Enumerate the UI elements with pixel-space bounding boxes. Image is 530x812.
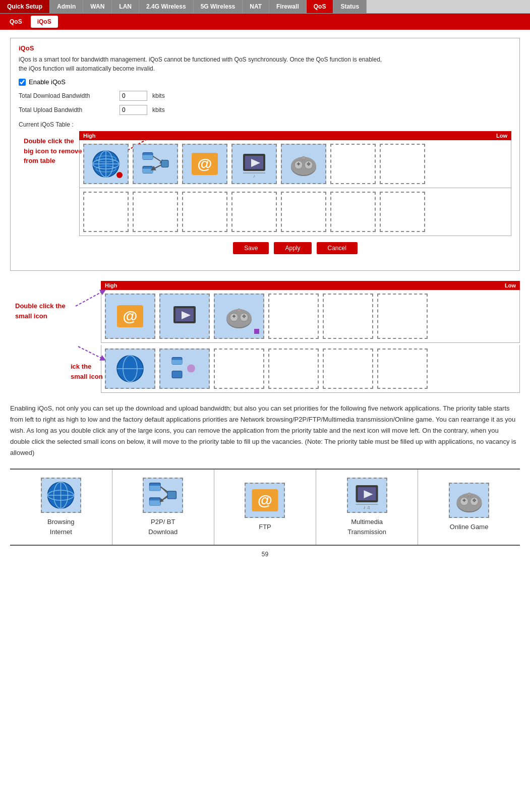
enable-iqos-checkbox[interactable] bbox=[19, 79, 26, 86]
svg-line-34 bbox=[76, 291, 103, 306]
second-diagram-wrapper: Double click thesmall icon ick thesmall … bbox=[101, 281, 520, 393]
app-cell-browsing: BrowsingInternet bbox=[10, 469, 112, 545]
priority-cell-empty-9 bbox=[380, 192, 425, 232]
priority-cell-4[interactable]: ♪ bbox=[231, 144, 277, 184]
priority-cell-empty-3 bbox=[83, 192, 129, 232]
priority-bar: High Low bbox=[79, 131, 511, 140]
svg-rect-14 bbox=[161, 160, 168, 167]
priority-high-label: High bbox=[83, 133, 95, 139]
svg-text:@: @ bbox=[197, 155, 212, 172]
second-cell-2[interactable] bbox=[159, 294, 210, 339]
browsing-internet-icon bbox=[44, 480, 77, 510]
priority-cell-3[interactable]: @ bbox=[182, 144, 227, 184]
second-cell-empty-3 bbox=[377, 294, 428, 339]
multimedia-icon: ♪ ♫ bbox=[350, 480, 383, 510]
priority-cell-empty-5 bbox=[182, 192, 227, 232]
second-priority-bar: High Low bbox=[101, 281, 520, 290]
download-input[interactable] bbox=[120, 91, 147, 101]
second-cell-empty-2 bbox=[323, 294, 373, 339]
multimedia-icon-box: ♪ ♫ bbox=[347, 478, 387, 513]
top-navigation: Quick Setup Admin WAN LAN 2.4G Wireless … bbox=[0, 0, 530, 14]
nav-nat[interactable]: NAT bbox=[243, 0, 269, 13]
svg-text:@: @ bbox=[258, 492, 272, 508]
priority-cell-empty-8 bbox=[330, 192, 376, 232]
svg-rect-82 bbox=[463, 499, 464, 502]
second-high-label: High bbox=[105, 282, 117, 288]
ftp-icon: @ bbox=[249, 485, 281, 515]
apply-button[interactable]: Apply bbox=[274, 242, 311, 254]
subnav-qos[interactable]: QoS bbox=[3, 16, 29, 28]
second-table-row2 bbox=[101, 345, 520, 393]
svg-point-86 bbox=[474, 501, 475, 502]
second-table-row1: @ bbox=[101, 290, 520, 343]
priority-cell-empty-6 bbox=[231, 192, 277, 232]
game-icon-large bbox=[288, 149, 319, 179]
second-cell-1[interactable]: @ bbox=[105, 294, 155, 339]
svg-rect-64 bbox=[149, 486, 160, 491]
second-small-cell-empty-1 bbox=[214, 349, 264, 389]
cancel-button[interactable]: Cancel bbox=[317, 242, 358, 254]
svg-point-50 bbox=[244, 317, 245, 318]
second-low-label: Low bbox=[505, 282, 516, 288]
app-cell-p2p: P2P/ BTDownload bbox=[112, 469, 214, 545]
upload-label: Total Upload Bandwidth bbox=[19, 106, 114, 113]
main-content: iQoS iQos is a smart tool for bandwidth … bbox=[0, 30, 530, 571]
svg-rect-56 bbox=[172, 371, 182, 378]
annotation-big-icon: Double click thebig icon to removefrom t… bbox=[24, 136, 82, 166]
second-cell-3[interactable] bbox=[214, 294, 264, 339]
action-buttons: Save Apply Cancel bbox=[79, 242, 511, 254]
priority-cell-empty-7 bbox=[281, 192, 326, 232]
second-small-cell-1[interactable] bbox=[105, 349, 155, 389]
second-small-cell-2[interactable] bbox=[159, 349, 210, 389]
svg-rect-55 bbox=[172, 360, 182, 365]
svg-point-49 bbox=[244, 315, 245, 316]
iqos-config-box: iQoS iQos is a smart tool for bandwidth … bbox=[10, 38, 520, 271]
nav-firewall[interactable]: Firewall bbox=[269, 0, 307, 13]
subnav-iqos[interactable]: iQoS bbox=[31, 16, 58, 28]
svg-point-30 bbox=[308, 162, 310, 164]
ftp-icon-box: @ bbox=[245, 483, 285, 518]
download-bandwidth-row: Total Download Bandwidth kbits bbox=[19, 91, 511, 101]
sub-navigation: QoS iQoS bbox=[0, 14, 530, 30]
svg-rect-11 bbox=[143, 169, 153, 173]
nav-5g[interactable]: 5G Wireless bbox=[194, 0, 243, 13]
svg-text:♪ ♫: ♪ ♫ bbox=[364, 505, 371, 510]
p2p-icon bbox=[147, 480, 180, 510]
priority-table-wrapper: High Low bbox=[79, 131, 511, 236]
svg-rect-9 bbox=[143, 155, 153, 160]
priority-cell-empty-2 bbox=[380, 144, 425, 184]
priority-cell-5[interactable] bbox=[281, 144, 326, 184]
browsing-label: BrowsingInternet bbox=[15, 517, 107, 537]
second-small-cell-empty-3 bbox=[323, 349, 373, 389]
game-label: Online Game bbox=[423, 522, 515, 532]
nav-lan[interactable]: LAN bbox=[112, 0, 139, 13]
nav-wan[interactable]: WAN bbox=[83, 0, 112, 13]
priority-cell-2[interactable] bbox=[133, 144, 178, 184]
svg-text:♪: ♪ bbox=[253, 173, 256, 179]
second-small-cell-empty-2 bbox=[268, 349, 319, 389]
second-small-cell-empty-4 bbox=[377, 349, 428, 389]
multimedia-label: MultimediaTransmission bbox=[321, 517, 413, 537]
online-game-icon bbox=[453, 485, 486, 515]
priority-cell-1[interactable] bbox=[83, 144, 129, 184]
svg-rect-69 bbox=[167, 491, 176, 499]
iqos-description: iQos is a smart tool for bandwidth manag… bbox=[19, 55, 392, 73]
download-label: Total Download Bandwidth bbox=[19, 92, 114, 99]
priority-low-label: Low bbox=[496, 133, 507, 139]
second-diagram-section: Double click thesmall icon ick thesmall … bbox=[10, 281, 520, 393]
browsing-icon-box bbox=[41, 478, 81, 513]
nav-status[interactable]: Status bbox=[333, 0, 367, 13]
film-icon-2 bbox=[169, 301, 200, 331]
nav-qos[interactable]: QoS bbox=[307, 0, 334, 13]
enable-iqos-label: Enable iQoS bbox=[29, 78, 66, 86]
nav-24g[interactable]: 2.4G Wireless bbox=[139, 0, 194, 13]
upload-input[interactable] bbox=[120, 105, 147, 115]
nav-admin[interactable]: Admin bbox=[50, 0, 83, 13]
nav-quick-setup[interactable]: Quick Setup bbox=[0, 0, 50, 13]
film-icon-large: ♪ bbox=[239, 149, 269, 179]
save-button[interactable]: Save bbox=[233, 242, 269, 254]
enable-iqos-row: Enable iQoS bbox=[19, 78, 511, 86]
description-paragraph: Enabling iQoS, not only you can set up t… bbox=[10, 403, 520, 458]
game-icon-box bbox=[449, 483, 489, 518]
app-table: BrowsingInternet bbox=[10, 469, 520, 546]
